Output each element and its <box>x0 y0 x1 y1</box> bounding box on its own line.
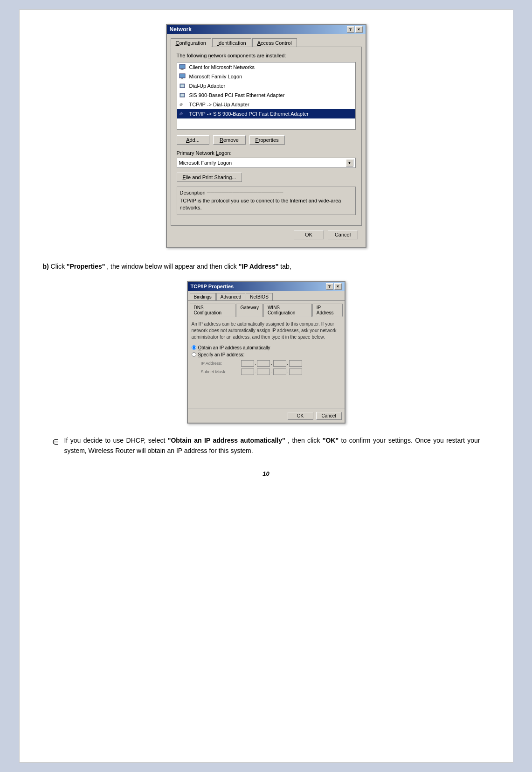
description-box: Description ───────────────────── TCP/IP… <box>177 187 356 215</box>
ok-button[interactable]: OK <box>294 230 324 239</box>
tcpip-titlebar-buttons: ? × <box>326 283 342 290</box>
instruction-b-text-after: tab, <box>280 263 291 270</box>
network-item-tcpip-dialup[interactable]: ⊕ TCP/IP -> Dial-Up Adapter <box>177 100 355 109</box>
description-title: Description ───────────────────── <box>180 190 352 195</box>
tcpip-dialog: TCP/IP Properties ? × Bindings Advanced … <box>187 281 345 424</box>
ip-sep1: . <box>255 361 256 366</box>
primary-logon-label: Primary Network Logon: <box>177 150 356 156</box>
tab-access-control[interactable]: Access Control <box>252 38 297 48</box>
radio-auto-label: Obtain an IP address automatically <box>198 345 270 350</box>
subnet-octet1[interactable] <box>241 369 254 375</box>
titlebar-buttons: ? × <box>347 26 363 33</box>
tcpip-spacer <box>192 377 341 405</box>
obtain-auto-bold: "Obtain an IP address automatically" <box>168 437 285 444</box>
action-buttons: Add... Remove Properties <box>177 135 356 145</box>
bullet-text-middle: , then click <box>288 437 323 444</box>
sis-label: SiS 900-Based PCI Fast Ethernet Adapter <box>189 92 285 98</box>
tcpip-sis-icon: ⊕ <box>179 110 187 118</box>
logon-label: Microsoft Family Logon <box>189 74 242 79</box>
dropdown-arrow-icon[interactable]: ▼ <box>346 159 353 167</box>
network-item-tcpip-sis[interactable]: ⊕ TCP/IP -> SiS 900-Based PCI Fast Ether… <box>177 109 355 118</box>
close-button[interactable]: × <box>355 26 363 33</box>
remove-button[interactable]: Remove <box>213 135 246 145</box>
radio-specify-option[interactable]: Specify an IP address: <box>192 352 341 357</box>
step-b-label: b) <box>43 263 49 270</box>
tcpip-description: An IP address can be automatically assig… <box>192 321 341 341</box>
logon-icon <box>179 73 187 80</box>
svg-rect-4 <box>181 78 183 79</box>
tab-ip-address[interactable]: IP Address <box>312 304 343 317</box>
network-item-sis[interactable]: SiS 900-Based PCI Fast Ethernet Adapter <box>177 90 355 100</box>
dialup-label: Dial-Up Adapter <box>189 83 226 89</box>
subnet-mask-input-group[interactable]: . . . <box>241 369 303 375</box>
dialup-icon <box>179 82 187 90</box>
client-icon <box>179 63 187 71</box>
network-item-client[interactable]: Client for Microsoft Networks <box>177 63 355 72</box>
tcpip-sis-label: TCP/IP -> SiS 900-Based PCI Fast Etherne… <box>189 111 309 117</box>
dialog-content: Configuration Identification Access Cont… <box>167 34 366 247</box>
add-button[interactable]: Add... <box>177 135 209 145</box>
svg-rect-3 <box>180 74 185 78</box>
tcpip-help-button[interactable]: ? <box>326 283 333 290</box>
tab-bindings[interactable]: Bindings <box>190 293 216 300</box>
instruction-b-text-middle: , the window below will appear and then … <box>107 263 239 270</box>
network-dialog-titlebar: Network ? × <box>167 25 366 34</box>
subnet-octet4[interactable] <box>289 369 302 375</box>
ip-address-input-group[interactable]: . . . <box>241 360 303 367</box>
file-print-section: File and Print Sharing... <box>177 173 356 182</box>
tab-content-area: The following network components are ins… <box>171 47 362 226</box>
tcpip-dialog-title: TCP/IP Properties <box>191 284 234 289</box>
tab-netbios[interactable]: NetBIOS <box>246 293 272 300</box>
network-dialog-title: Network <box>170 26 192 33</box>
logon-dropdown-value[interactable]: Microsoft Family Logon ▼ <box>177 158 356 168</box>
svg-rect-0 <box>180 64 185 69</box>
bullet-symbol: ∈ <box>52 436 59 456</box>
radio-specify-input[interactable] <box>192 352 196 357</box>
svg-rect-7 <box>181 85 184 87</box>
bullet-text-before: If you decide to use DHCP, select <box>64 437 168 444</box>
ip-octet4[interactable] <box>289 360 302 367</box>
cancel-button[interactable]: Cancel <box>328 230 358 239</box>
radio-auto-input[interactable] <box>192 345 196 350</box>
tab-dns-config[interactable]: DNS Configuration <box>190 304 236 317</box>
subnet-octet2[interactable] <box>257 369 270 375</box>
tab-identification[interactable]: Identification <box>212 38 251 48</box>
network-item-logon[interactable]: Microsoft Family Logon <box>177 72 355 81</box>
instruction-b: b) Click "Properties" , the window below… <box>43 262 490 271</box>
tab-gateway[interactable]: Gateway <box>236 304 263 317</box>
client-label: Client for Microsoft Networks <box>189 64 255 70</box>
ip-address-field-label: IP Address: <box>201 361 238 366</box>
subnet-sep1: . <box>255 369 256 374</box>
network-list[interactable]: Client for Microsoft Networks Microsoft … <box>177 62 356 130</box>
page-container: Network ? × Configuration Identification… <box>19 9 513 763</box>
tab-configuration-label: C <box>176 40 180 46</box>
svg-rect-9 <box>181 94 184 96</box>
tab-configuration[interactable]: Configuration <box>171 38 211 48</box>
tab-wins-config[interactable]: WINS Configuration <box>263 304 312 317</box>
ip-octet3[interactable] <box>273 360 286 367</box>
help-button[interactable]: ? <box>347 26 354 33</box>
tab-advanced[interactable]: Advanced <box>216 293 245 300</box>
tcpip-close-button[interactable]: × <box>334 283 342 290</box>
dialog-footer: OK Cancel <box>171 226 362 243</box>
svg-rect-5 <box>180 79 184 79</box>
tabs-row: Configuration Identification Access Cont… <box>171 38 362 47</box>
properties-button[interactable]: Properties <box>249 135 285 145</box>
tcpip-dialup-icon: ⊕ <box>179 101 187 108</box>
installed-label: The following network components are ins… <box>177 53 356 58</box>
radio-auto-option[interactable]: Obtain an IP address automatically <box>192 345 341 350</box>
subnet-octet3[interactable] <box>273 369 286 375</box>
ip-octet2[interactable] <box>257 360 270 367</box>
svg-rect-2 <box>180 70 184 70</box>
file-print-button[interactable]: File and Print Sharing... <box>177 173 242 182</box>
tcpip-ok-button[interactable]: OK <box>288 412 313 420</box>
instruction-b-text-before: Click <box>51 263 67 270</box>
ok-bold: "OK" <box>323 437 339 444</box>
ip-octet1[interactable] <box>241 360 254 367</box>
primary-logon-dropdown[interactable]: Microsoft Family Logon ▼ <box>177 158 356 168</box>
network-item-dialup[interactable]: Dial-Up Adapter <box>177 81 355 90</box>
tcpip-cancel-button[interactable]: Cancel <box>316 412 342 420</box>
ip-sep3: . <box>287 361 289 366</box>
subnet-sep2: . <box>271 369 272 374</box>
subnet-sep3: . <box>287 369 289 374</box>
